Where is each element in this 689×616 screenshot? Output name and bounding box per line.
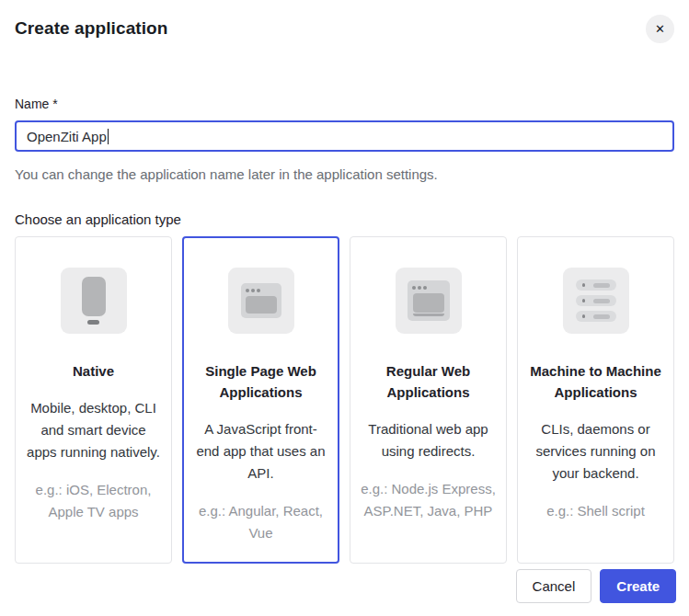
mobile-phone-icon (61, 268, 127, 334)
server-led-shape (582, 314, 586, 318)
modal-title: Create application (15, 18, 168, 39)
modal-footer: Cancel Create (516, 569, 676, 603)
server-led-shape (582, 299, 586, 302)
card-description: A JavaScript front-end app that uses an … (193, 418, 328, 485)
name-label-text: Name (15, 97, 49, 111)
card-example: e.g.: Node.js Express, ASP.NET, Java, PH… (361, 478, 496, 522)
card-title: Machine to Machine Applications (528, 360, 663, 403)
app-type-card-spa[interactable]: Single Page Web Applications A JavaScrip… (182, 236, 339, 564)
server-bar-shape (576, 279, 616, 291)
card-title: Single Page Web Applications (193, 360, 328, 403)
name-input-value: OpenZiti App (27, 129, 107, 144)
browser-window-shape (241, 283, 281, 318)
card-description: Mobile, desktop, CLI and smart device ap… (26, 397, 161, 463)
server-stack-icon (563, 268, 629, 334)
browser-window-shape (408, 280, 450, 321)
window-content-shape (413, 293, 444, 313)
app-type-card-native[interactable]: Native Mobile, desktop, CLI and smart de… (15, 236, 172, 564)
close-icon: ✕ (655, 23, 665, 35)
server-slot-shape (593, 283, 609, 288)
phone-body-shape (82, 277, 106, 316)
window-dots (246, 289, 260, 292)
cancel-button[interactable]: Cancel (516, 569, 592, 603)
app-type-label: Choose an application type (15, 211, 674, 227)
create-application-modal: Create application ✕ Name * OpenZiti App… (0, 0, 689, 616)
required-asterisk: * (52, 97, 57, 111)
card-example: e.g.: Shell script (546, 500, 645, 522)
modal-header: Create application ✕ (15, 15, 674, 43)
card-example: e.g.: Angular, React, Vue (193, 500, 328, 544)
name-helper-text: You can change the application name late… (15, 166, 674, 182)
window-dots (412, 286, 427, 290)
create-button[interactable]: Create (600, 569, 676, 603)
server-led-shape (582, 283, 586, 287)
card-description: CLIs, daemons or services running on you… (528, 418, 663, 485)
browser-window-icon (228, 268, 294, 334)
name-label: Name * (15, 97, 674, 111)
browser-window-shadow-icon (396, 268, 462, 334)
text-caret (108, 129, 109, 144)
window-shadow-shape (413, 314, 444, 316)
card-description: Traditional web app using redirects. (361, 418, 496, 462)
server-bar-shape (576, 311, 616, 322)
card-example: e.g.: iOS, Electron, Apple TV apps (26, 479, 161, 523)
server-slot-shape (593, 299, 609, 303)
app-type-card-regular-web[interactable]: Regular Web Applications Traditional web… (350, 236, 507, 564)
card-title: Regular Web Applications (361, 360, 496, 403)
app-type-cards: Native Mobile, desktop, CLI and smart de… (15, 236, 674, 545)
card-title: Native (73, 360, 114, 382)
server-slot-shape (593, 314, 609, 319)
phone-home-button-shape (87, 320, 99, 325)
window-content-shape (246, 296, 277, 314)
close-button[interactable]: ✕ (646, 15, 674, 43)
name-input[interactable]: OpenZiti App (15, 120, 674, 152)
app-type-card-m2m[interactable]: Machine to Machine Applications CLIs, da… (517, 236, 674, 564)
server-bar-shape (576, 295, 616, 306)
